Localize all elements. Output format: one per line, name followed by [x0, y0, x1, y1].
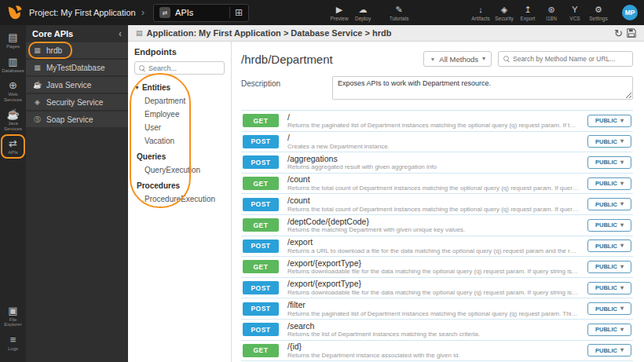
endpoint-tree-item[interactable]: Vacation [128, 134, 231, 148]
topbar-tool-button[interactable]: ↓ Artifacts [469, 5, 492, 21]
method-search[interactable] [498, 51, 633, 67]
rail-item[interactable]: ▥ Databases [1, 54, 25, 75]
access-level-label: PUBLIC [595, 201, 617, 208]
refresh-icon[interactable]: ↻ [614, 28, 623, 38]
api-endpoint-row[interactable]: GET /export/{exportType} Returns downloa… [241, 257, 633, 278]
core-api-item[interactable]: Ⓢ Soap Service [26, 112, 128, 127]
access-level-button[interactable]: PUBLIC ▾ [587, 261, 631, 273]
access-level-label: PUBLIC [595, 180, 617, 187]
endpoint-tree-item[interactable]: Department [128, 94, 231, 108]
security-icon: ◈ [501, 5, 507, 15]
method-filter-label: All Methods [439, 55, 478, 64]
topbar-tool-button[interactable]: Υ VCS [563, 5, 587, 21]
endpoints-search[interactable] [134, 61, 225, 75]
description-textarea[interactable]: Exposes APIs to work with Department res… [332, 76, 633, 100]
api-endpoint-row[interactable]: POST /export Returns a URL to download a… [241, 236, 633, 258]
soap-service-icon: Ⓢ [33, 115, 42, 125]
deploy-icon: ☁ [359, 5, 368, 15]
rail-item[interactable]: ▣ File Explorer [1, 303, 25, 329]
endpoint-tree-item[interactable]: ▼ Entities [128, 81, 231, 94]
endpoint-description: Returns the paginated list of Department… [287, 310, 579, 318]
tree-item-label: QueryExecution [145, 166, 200, 174]
endpoint-tree-item[interactable]: QueryExecution [128, 163, 231, 177]
endpoint-texts: / Returns the paginated list of Departme… [287, 112, 579, 130]
endpoint-texts: /search Returns the list of Department i… [287, 321, 579, 338]
topbar-action-button[interactable]: ✎ Tutorials [387, 5, 411, 21]
endpoint-texts: / Creates a new Department instance. [287, 133, 579, 150]
topbar-tool-button[interactable]: ◈ Security [492, 5, 516, 21]
pages-icon: ▤ [8, 32, 17, 43]
core-api-item[interactable]: ☕ Java Service [26, 77, 128, 93]
rail-item[interactable]: ▤ Pages [1, 30, 25, 51]
endpoint-path: / [287, 133, 579, 143]
rail-item[interactable]: ⊕ Web Services [1, 78, 25, 104]
api-endpoint-row[interactable]: GET /count Returns the total count of De… [241, 174, 633, 195]
api-endpoint-row[interactable]: GET / Returns the paginated list of Depa… [241, 111, 633, 132]
rail-item[interactable]: ⇄ APIs [1, 136, 25, 157]
core-api-item[interactable]: ▦ MyTestDatabase [26, 60, 128, 75]
topbar-action-button[interactable]: ▶ Preview [327, 5, 351, 21]
rail-item[interactable]: ≡ Logs [1, 332, 25, 353]
main-area: ▤ Pages ▥ Databases ⊕ Web Services ☕ Jav… [0, 25, 644, 362]
caret-down-icon: ▾ [620, 181, 624, 187]
api-endpoint-row[interactable]: POST /count Returns the total count of D… [241, 194, 633, 215]
api-endpoint-row[interactable]: POST / Creates a new Department instance… [241, 132, 633, 153]
access-level-label: PUBLIC [595, 326, 617, 333]
api-endpoint-row[interactable]: GET /{id} Returns the Department instanc… [241, 341, 633, 362]
api-endpoint-row[interactable]: POST /export/{exportType} Returns downlo… [241, 278, 633, 299]
access-level-button[interactable]: PUBLIC ▾ [587, 219, 631, 232]
core-api-item[interactable]: ▦ hrdb [26, 42, 128, 58]
search-icon [503, 56, 510, 62]
access-level-button[interactable]: PUBLIC ▾ [587, 240, 631, 252]
topbar-action-button[interactable]: ☁ Deploy [351, 5, 375, 21]
endpoint-tree-item[interactable]: ProcedureExecution [128, 192, 231, 206]
topbar-tool-button[interactable]: ⚙ Settings [587, 5, 610, 21]
endpoint-tree-item[interactable]: User [128, 121, 231, 134]
access-level-label: PUBLIC [595, 243, 617, 250]
endpoint-texts: /export/{exportType} Returns downloadabl… [287, 279, 579, 296]
endpoints-search-input[interactable] [148, 64, 220, 72]
save-icon[interactable] [627, 28, 636, 38]
method-badge: POST [243, 281, 279, 294]
api-endpoint-row[interactable]: POST /aggregations Returns aggregated re… [241, 152, 633, 174]
api-endpoint-row[interactable]: GET /deptCode/{deptCode} Returns the mat… [241, 215, 633, 236]
endpoint-texts: /export Returns a URL to download a file… [287, 237, 579, 254]
api-endpoint-row[interactable]: POST /filter Returns the paginated list … [241, 298, 633, 320]
user-avatar[interactable]: MP [622, 5, 638, 20]
access-level-label: PUBLIC [595, 138, 617, 145]
access-level-button[interactable]: PUBLIC ▾ [587, 282, 631, 294]
filter-icon: ▼ [430, 57, 435, 62]
endpoint-path: / [287, 112, 579, 122]
topbar-tool-button[interactable]: ⊛ I18N [540, 5, 563, 21]
access-level-label: PUBLIC [595, 284, 617, 291]
access-level-button[interactable]: PUBLIC ▾ [587, 115, 631, 127]
topbar-tool-button[interactable]: ↥ Export [516, 5, 540, 21]
file-explorer-icon: ▣ [8, 305, 17, 316]
access-level-button[interactable]: PUBLIC ▾ [587, 135, 631, 148]
access-level-button[interactable]: PUBLIC ▾ [587, 324, 631, 336]
endpoint-texts: /deptCode/{deptCode} Returns the matchin… [287, 217, 579, 234]
method-filter-dropdown[interactable]: ▼ All Methods ▾ [423, 51, 492, 67]
access-level-button[interactable]: PUBLIC ▾ [587, 177, 631, 190]
core-api-item[interactable]: ◈ Security Service [26, 94, 128, 110]
endpoint-tree-item[interactable]: Employee [128, 108, 231, 121]
endpoint-tree-item[interactable]: Queries [128, 150, 231, 163]
rail-item[interactable]: ☕ Java Services [1, 107, 25, 133]
access-level-label: PUBLIC [595, 263, 617, 270]
api-endpoint-row[interactable]: POST /search Returns the list of Departm… [241, 320, 633, 341]
endpoint-path: /aggregations [287, 154, 579, 164]
collapse-panel-icon[interactable]: ‹ [119, 28, 122, 39]
method-badge: GET [243, 177, 279, 190]
access-level-button[interactable]: PUBLIC ▾ [587, 156, 631, 169]
endpoint-tree-item[interactable]: Procedures [128, 179, 231, 192]
workspace-tab-apis[interactable]: ⇄ APIs ⊞ [153, 4, 249, 22]
endpoint-description: Returns the list of Department instances… [287, 331, 579, 338]
access-level-button[interactable]: PUBLIC ▾ [587, 344, 631, 357]
method-search-input[interactable] [513, 55, 628, 63]
grid-icon[interactable]: ⊞ [229, 7, 243, 18]
wavemaker-studio: Project: My First Application › ⇄ APIs ⊞… [0, 0, 644, 362]
endpoint-texts: /count Returns the total count of Depart… [287, 174, 579, 192]
access-level-button[interactable]: PUBLIC ▾ [587, 198, 631, 210]
access-level-button[interactable]: PUBLIC ▾ [587, 302, 631, 315]
database-table-icon: ▦ [33, 64, 42, 71]
